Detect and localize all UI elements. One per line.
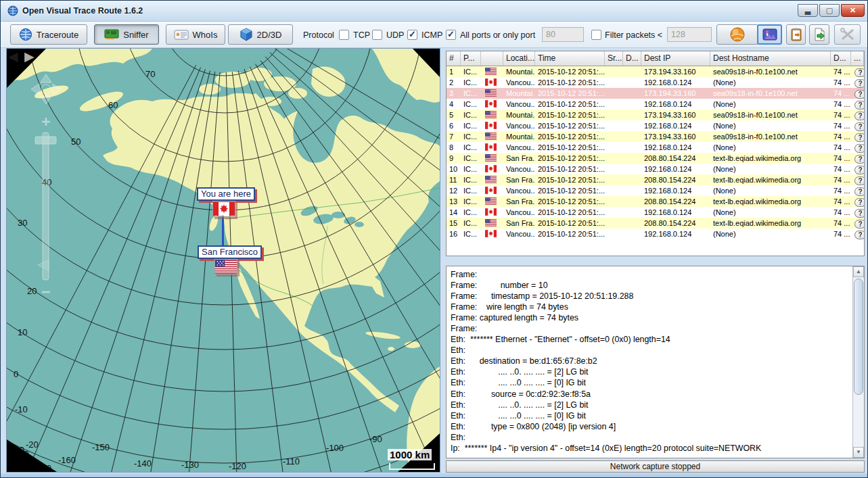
udp-checkbox[interactable]	[372, 30, 382, 40]
table-row[interactable]: 8IC... Vancou...2015-10-12 20:51:...192.…	[447, 142, 864, 153]
packet-help-button[interactable]: ?	[854, 155, 864, 164]
traceroute-button[interactable]: Traceroute	[10, 24, 87, 45]
tools-icon	[840, 27, 856, 42]
us-flag-icon	[481, 174, 503, 185]
tcp-checkbox[interactable]	[339, 30, 349, 40]
cell: 2015-10-12 20:51:...	[535, 99, 605, 110]
protocol-label: Protocol	[303, 30, 334, 40]
column-header-Locati...[interactable]: Locati...	[503, 51, 535, 66]
table-row[interactable]: 11IC... San Fra...2015-10-12 20:51:...20…	[447, 174, 864, 185]
cell	[623, 120, 641, 131]
map-navigation-control[interactable]	[19, 62, 73, 315]
all-ports-checkbox[interactable]: ✓	[446, 30, 456, 40]
scrollbar-thumb[interactable]	[854, 279, 863, 395]
cell: Vancou...	[503, 229, 535, 239]
export-button[interactable]	[809, 24, 829, 45]
table-row[interactable]: 16IC... Vancou...2015-10-12 20:51:...192…	[447, 229, 864, 239]
port-input[interactable]	[542, 27, 584, 42]
cell: 74 ...	[831, 66, 851, 77]
packet-help-button[interactable]: ?	[854, 101, 864, 110]
cell: 6	[447, 120, 461, 131]
packet-help-button[interactable]: ?	[854, 133, 864, 142]
detail-scrollbar[interactable]: ▲ ▼	[852, 266, 864, 458]
column-header-P...[interactable]: P...	[461, 51, 481, 66]
table-row[interactable]: 12IC... Vancou...2015-10-12 20:51:...192…	[447, 185, 864, 196]
packet-help-button[interactable]: ?	[854, 231, 864, 239]
pan-left-icon	[31, 84, 39, 95]
packet-help-button[interactable]: ?	[854, 209, 864, 218]
packet-help-button[interactable]: ?	[854, 112, 864, 120]
minimize-icon: ▃	[805, 5, 810, 16]
packet-help-button[interactable]: ?	[854, 176, 864, 185]
maximize-button[interactable]: ▢	[819, 4, 840, 17]
start-capture-button[interactable]	[716, 24, 758, 45]
column-header-#[interactable]: #	[447, 51, 461, 66]
packet-detail-panel[interactable]: Frame: Frame: number = 10 Frame: timesta…	[446, 266, 865, 458]
column-header-flag[interactable]	[481, 51, 503, 66]
cell: 2015-10-12 20:51:...	[535, 164, 605, 174]
table-row[interactable]: 7IC... Mountai...2015-10-12 20:51:...173…	[447, 131, 864, 142]
source-marker-label[interactable]: You are here	[197, 187, 255, 201]
packet-help-button[interactable]: ?	[854, 166, 864, 174]
column-header-Time[interactable]: Time	[535, 51, 605, 66]
column-header-Dest Hostname[interactable]: Dest Hostname	[710, 51, 831, 66]
close-button[interactable]: ✕	[841, 4, 865, 17]
packet-help-button[interactable]: ?	[854, 122, 864, 131]
column-header-D...[interactable]: D...	[623, 51, 641, 66]
packet-help-button[interactable]: ?	[854, 79, 864, 88]
packet-help-button[interactable]: ?	[854, 68, 864, 77]
cell: IC...	[461, 174, 481, 185]
titlebar[interactable]: Open Visual Trace Route 1.6.2 ▃ ▢ ✕	[1, 1, 867, 22]
table-row[interactable]: 4IC... Vancou...2015-10-12 20:51:...192.…	[447, 99, 864, 110]
cell	[605, 66, 623, 77]
whois-button[interactable]: WhoIs	[166, 24, 225, 45]
cell: (None)	[710, 77, 831, 88]
packet-help-button[interactable]: ?	[854, 144, 864, 153]
column-header-D...[interactable]: D...	[831, 51, 851, 66]
packet-help-button[interactable]: ?	[854, 187, 864, 196]
map-view-button[interactable]	[757, 24, 782, 45]
svg-text:-120: -120	[229, 461, 246, 471]
cell: 74 ...	[831, 164, 851, 174]
table-row[interactable]: 3IC... Mountai...2015-10-12 20:51:...173…	[447, 88, 864, 99]
packet-table-header: #P...Locati...TimeSr...D...Dest IPDest H…	[447, 51, 864, 66]
cell: (None)	[710, 99, 831, 110]
ca-flag-icon	[481, 77, 503, 88]
column-header-...[interactable]: ...	[851, 51, 864, 66]
traceroute-globe-icon	[19, 28, 32, 41]
settings-tools-button[interactable]	[834, 24, 861, 45]
cell	[623, 207, 641, 218]
scroll-up-icon[interactable]: ▲	[853, 266, 864, 277]
packet-help-button[interactable]: ?	[854, 220, 864, 229]
copy-clipboard-button[interactable]	[786, 24, 806, 45]
table-row[interactable]: 13IC... San Fra...2015-10-12 20:51:...20…	[447, 196, 864, 207]
table-row[interactable]: 6IC... Vancou...2015-10-12 20:51:...192.…	[447, 120, 864, 131]
column-header-Dest IP[interactable]: Dest IP	[641, 51, 710, 66]
cell	[605, 99, 623, 110]
world-map[interactable]: 706050403020100-10-20-30-180-170-160-150…	[6, 48, 440, 473]
2d3d-button[interactable]: 2D/3D	[228, 24, 293, 45]
table-row[interactable]: 9IC... San Fra...2015-10-12 20:51:...208…	[447, 153, 864, 164]
scroll-down-icon[interactable]: ▼	[853, 447, 864, 458]
filter-packets-checkbox[interactable]	[591, 30, 601, 40]
map-back-icon[interactable]: ◀	[8, 49, 18, 64]
table-row[interactable]: 14IC... Vancou...2015-10-12 20:51:...192…	[447, 207, 864, 218]
table-row[interactable]: 15IC... San Fra...2015-10-12 20:51:...20…	[447, 218, 864, 229]
packet-help-button[interactable]: ?	[854, 198, 864, 207]
destination-marker-label[interactable]: San Francisco	[198, 245, 262, 259]
packet-help-button[interactable]: ?	[854, 90, 864, 99]
cell: 16	[447, 229, 461, 239]
minimize-button[interactable]: ▃	[798, 4, 818, 17]
icmp-checkbox[interactable]: ✓	[407, 30, 417, 40]
sniffer-button[interactable]: Sniffer	[94, 24, 159, 45]
column-header-Sr...[interactable]: Sr...	[605, 51, 623, 66]
table-row[interactable]: 2IC... Vancou...2015-10-12 20:51:...192.…	[447, 77, 864, 88]
canada-flag[interactable]	[212, 201, 235, 217]
filter-size-input[interactable]	[667, 27, 712, 42]
table-row[interactable]: 1IC... Mountai...2015-10-12 20:51:...173…	[447, 66, 864, 77]
table-row[interactable]: 10IC... Vancou...2015-10-12 20:51:...192…	[447, 164, 864, 174]
cell	[623, 164, 641, 174]
table-row[interactable]: 5IC... Mountai...2015-10-12 20:51:...173…	[447, 110, 864, 120]
us-flag[interactable]	[214, 259, 237, 274]
cell: San Fra...	[503, 218, 535, 229]
